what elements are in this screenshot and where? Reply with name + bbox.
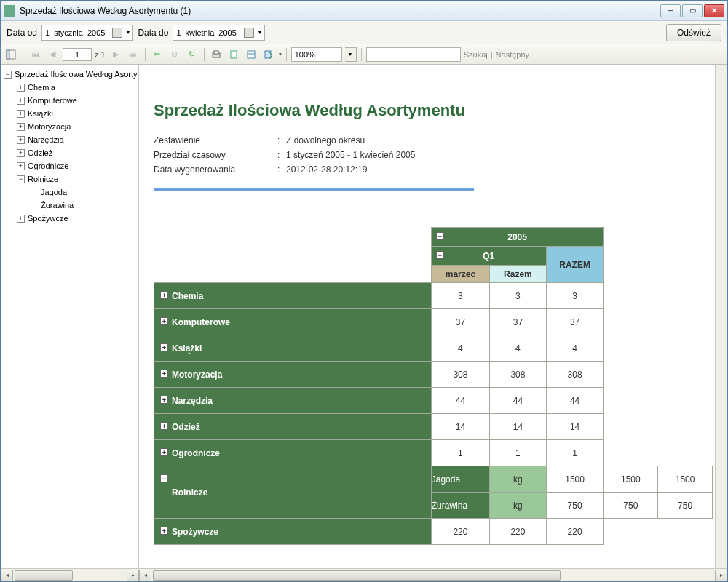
tree-item[interactable]: +Motoryzacja — [1, 120, 138, 133]
value-cell: 308 — [431, 362, 489, 388]
report-hscrollbar[interactable]: ◂ ▸ — [139, 568, 727, 581]
expand-icon[interactable]: + — [17, 215, 25, 223]
expand-icon[interactable]: + — [17, 136, 25, 144]
page-setup-button[interactable] — [244, 47, 258, 62]
expand-icon[interactable]: + — [17, 123, 25, 131]
page-number-input[interactable] — [63, 48, 92, 61]
expand-icon[interactable]: + — [160, 448, 168, 456]
value-cell: 1500 — [546, 466, 604, 493]
row-category[interactable]: +Narzędzia — [154, 388, 432, 414]
tree-item[interactable]: Żurawina — [1, 199, 138, 212]
prev-page-button[interactable]: ◀ — [45, 47, 60, 62]
find-next-button[interactable]: Następny — [496, 50, 529, 59]
search-input[interactable] — [366, 47, 461, 62]
tree-hscrollbar[interactable]: ◂ ▸ — [1, 568, 139, 581]
date-from-input[interactable]: 1 stycznia 2005 ▾ — [41, 25, 133, 41]
dropdown-icon[interactable]: ▾ — [258, 29, 261, 36]
value-cell: 4 — [546, 335, 604, 362]
row-category[interactable]: +Książki — [154, 335, 432, 362]
expand-icon[interactable]: + — [160, 343, 168, 351]
row-category[interactable]: +Chemia — [154, 283, 432, 309]
expand-icon[interactable]: + — [160, 291, 168, 299]
svg-rect-3 — [214, 51, 218, 54]
total-header: RAZEM — [546, 247, 604, 283]
vertical-scrollbar[interactable] — [715, 65, 727, 568]
expand-icon[interactable]: + — [160, 396, 168, 404]
meta-label: Data wygenerowania — [154, 164, 277, 175]
maximize-button[interactable]: ▭ — [682, 4, 703, 17]
value-cell: 37 — [431, 309, 489, 335]
main-area: − Sprzedaż Ilościowa Według Asortymentu … — [1, 65, 727, 568]
expand-icon[interactable]: + — [17, 97, 25, 105]
print-button[interactable] — [209, 47, 223, 62]
toggle-tree-button[interactable] — [4, 47, 18, 62]
expand-icon[interactable]: + — [160, 370, 168, 378]
row-category[interactable]: +Spożywcze — [154, 519, 432, 545]
collapse-icon[interactable]: − — [4, 71, 12, 79]
zoom-dropdown[interactable]: ▾ — [345, 47, 357, 62]
next-page-button[interactable]: ▶ — [108, 47, 123, 62]
row-category[interactable]: +Odzież — [154, 414, 432, 440]
collapse-icon[interactable]: − — [436, 232, 444, 240]
search-button[interactable]: Szukaj — [464, 50, 488, 59]
expand-icon[interactable]: + — [160, 422, 168, 430]
tree-item[interactable]: +Odzież — [1, 146, 138, 159]
last-page-button[interactable]: ⏭ — [126, 47, 141, 62]
expand-icon[interactable]: + — [17, 110, 25, 118]
expand-icon[interactable]: + — [160, 527, 168, 535]
row-category[interactable]: −Rolnicze — [154, 466, 432, 519]
dropdown-icon[interactable]: ▾ — [279, 51, 282, 57]
tree-item[interactable]: +Książki — [1, 107, 138, 120]
expand-icon[interactable]: + — [17, 149, 25, 157]
report-viewer[interactable]: Sprzedaż Ilościowa Według Asortymentu Ze… — [139, 65, 727, 568]
tree-item[interactable]: +Ogrodnicze — [1, 159, 138, 172]
stop-button[interactable]: ⊘ — [167, 47, 182, 62]
refresh-button[interactable]: Odśwież — [666, 24, 721, 41]
row-category[interactable]: +Komputerowe — [154, 309, 432, 335]
table-row: +Ogrodnicze111 — [154, 440, 713, 466]
table-row: +Spożywcze220220220 — [154, 519, 713, 545]
titlebar: Sprzedaż Ilościowa Według Asortymentu (1… — [1, 1, 727, 21]
meta-value: 1 styczeń 2005 - 1 kwiecień 2005 — [286, 150, 415, 160]
row-category[interactable]: +Ogrodnicze — [154, 440, 432, 466]
date-to-input[interactable]: 1 kwietnia 2005 ▾ — [173, 25, 264, 41]
year-header[interactable]: −2005 — [431, 228, 604, 247]
calendar-icon[interactable] — [244, 28, 254, 38]
meta-label: Przedział czasowy — [154, 150, 277, 160]
value-cell: 3 — [431, 283, 489, 309]
value-cell: 1 — [431, 440, 489, 466]
collapse-icon[interactable]: − — [160, 474, 168, 482]
dropdown-icon[interactable]: ▾ — [127, 29, 130, 36]
value-cell: 220 — [546, 519, 604, 545]
minimize-button[interactable]: ─ — [660, 4, 681, 17]
row-category[interactable]: +Motoryzacja — [154, 362, 432, 388]
reload-button[interactable]: ↻ — [185, 47, 199, 62]
back-button[interactable]: ⬅ — [150, 47, 165, 62]
first-page-button[interactable]: ⏮ — [28, 47, 42, 62]
print-layout-button[interactable] — [226, 47, 241, 62]
calendar-icon[interactable] — [112, 28, 122, 38]
table-row: +Narzędzia444444 — [154, 388, 713, 414]
tree-item[interactable]: +Spożywcze — [1, 212, 138, 225]
tree-item[interactable]: +Chemia — [1, 81, 138, 94]
quarter-header[interactable]: −Q1 — [431, 247, 546, 266]
expand-icon[interactable]: + — [160, 317, 168, 325]
tree-item[interactable]: +Narzędzia — [1, 133, 138, 146]
document-tree: − Sprzedaż Ilościowa Według Asortymentu … — [1, 65, 139, 568]
tree-root[interactable]: − Sprzedaż Ilościowa Według Asortymentu — [1, 68, 138, 81]
expand-icon[interactable]: + — [17, 84, 25, 92]
export-button[interactable] — [261, 47, 276, 62]
tree-item[interactable]: −Rolnicze — [1, 172, 138, 186]
expand-icon[interactable]: + — [17, 162, 25, 170]
zoom-input[interactable]: 100% — [291, 47, 342, 62]
tree-item[interactable]: +Komputerowe — [1, 94, 138, 107]
date-from-label: Data od — [7, 28, 37, 38]
value-cell: 750 — [604, 493, 658, 519]
collapse-icon[interactable]: − — [436, 251, 444, 259]
close-button[interactable]: ✕ — [704, 4, 724, 17]
collapse-icon[interactable]: − — [17, 175, 25, 183]
value-cell: 37 — [546, 309, 604, 335]
tree-item[interactable]: Jagoda — [1, 186, 138, 199]
value-cell: 14 — [490, 414, 547, 440]
value-cell: 44 — [431, 388, 489, 414]
